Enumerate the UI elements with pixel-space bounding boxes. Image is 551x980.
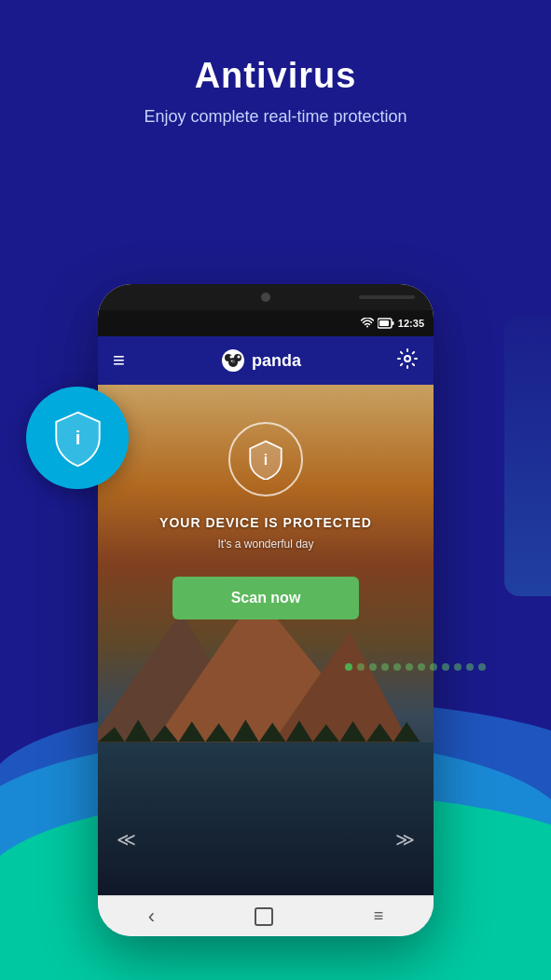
dot-10 bbox=[454, 663, 461, 671]
svg-text:i: i bbox=[75, 428, 80, 448]
chevron-left-icon: ≪ bbox=[117, 828, 136, 851]
app-subtitle: Enjoy complete real-time protection bbox=[0, 107, 551, 127]
nav-back-button[interactable]: ‹ bbox=[148, 905, 155, 929]
dot-6 bbox=[406, 663, 413, 671]
app-title: Antivirus bbox=[0, 56, 551, 96]
phone-chevrons: ≪ ≫ bbox=[98, 828, 434, 851]
phone-screen-overlay: i YOUR DEVICE IS PROTECTED It's a wonder… bbox=[98, 385, 434, 895]
svg-text:i: i bbox=[264, 452, 268, 468]
protected-status-text: YOUR DEVICE IS PROTECTED bbox=[159, 515, 372, 530]
phone-screen: i YOUR DEVICE IS PROTECTED It's a wonder… bbox=[98, 385, 434, 895]
second-phone-screen bbox=[504, 317, 551, 596]
phone-camera bbox=[261, 293, 270, 302]
app-name-label: panda bbox=[252, 351, 301, 371]
svg-rect-3 bbox=[379, 320, 389, 326]
scan-now-button[interactable]: Scan now bbox=[172, 577, 359, 619]
wifi-icon bbox=[361, 318, 374, 329]
dot-7 bbox=[418, 663, 425, 671]
dot-8 bbox=[430, 663, 437, 671]
shield-circle-icon: i bbox=[228, 422, 303, 497]
dot-2 bbox=[357, 663, 365, 671]
status-time: 12:35 bbox=[398, 318, 424, 329]
svg-point-8 bbox=[229, 356, 232, 359]
second-phone-mockup bbox=[504, 317, 551, 596]
nav-menu-button[interactable]: ≡ bbox=[374, 906, 384, 926]
dot-12 bbox=[478, 663, 486, 671]
dot-9 bbox=[442, 663, 449, 671]
dot-1 bbox=[345, 663, 352, 671]
app-nav-bar: ≡ panda bbox=[98, 336, 434, 385]
shield-badge: i bbox=[26, 387, 129, 489]
dot-5 bbox=[393, 663, 401, 671]
dot-11 bbox=[466, 663, 474, 671]
panda-logo-icon bbox=[220, 347, 246, 374]
phone-top-bar bbox=[98, 284, 434, 310]
status-bar: 12:35 bbox=[98, 310, 434, 336]
svg-point-11 bbox=[231, 361, 233, 362]
dot-4 bbox=[381, 663, 389, 671]
shield-badge-icon: i bbox=[48, 408, 108, 469]
phone-speaker bbox=[359, 295, 415, 299]
settings-gear-icon[interactable] bbox=[396, 347, 419, 374]
nav-home-button[interactable] bbox=[255, 907, 273, 926]
pagination-dots bbox=[345, 663, 551, 671]
dot-3 bbox=[369, 663, 377, 671]
hamburger-menu-icon[interactable]: ≡ bbox=[113, 348, 125, 373]
app-logo: panda bbox=[220, 347, 301, 374]
header-section: Antivirus Enjoy complete real-time prote… bbox=[0, 56, 551, 127]
phone-mockup: 12:35 ≡ panda bbox=[98, 284, 434, 936]
wonderful-day-text: It's a wonderful day bbox=[217, 538, 313, 551]
battery-icon bbox=[378, 318, 394, 329]
svg-point-12 bbox=[405, 356, 410, 361]
svg-rect-2 bbox=[392, 321, 393, 325]
chevron-right-icon: ≫ bbox=[395, 828, 415, 851]
status-icons: 12:35 bbox=[361, 318, 424, 329]
shield-icon: i bbox=[245, 439, 286, 480]
svg-point-9 bbox=[237, 356, 240, 359]
phone-bottom-nav: ‹ ≡ bbox=[98, 895, 434, 936]
